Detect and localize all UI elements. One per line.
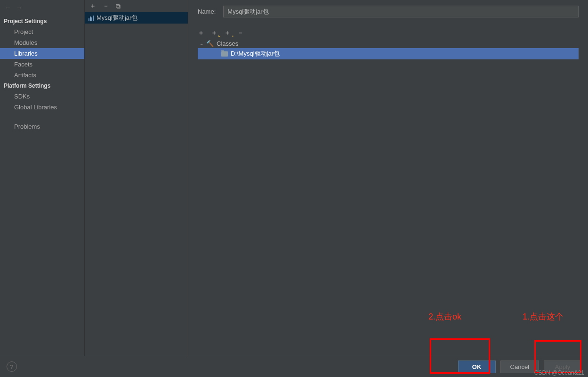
add-icon[interactable]: ＋ — [89, 2, 96, 10]
classes-icon: 🔨 — [206, 40, 214, 47]
settings-sidebar: ← → Project Settings Project Modules Lib… — [0, 0, 85, 356]
dialog-button-bar: ? OK Cancel Apply — [0, 356, 588, 377]
class-path-item[interactable]: D:\Mysql驱动jar包 — [198, 48, 579, 59]
remove-icon[interactable]: － — [103, 2, 109, 10]
add-class-icon[interactable]: ＋ — [198, 29, 204, 37]
nav-problems[interactable]: Problems — [0, 121, 84, 132]
ok-button[interactable]: OK — [458, 361, 496, 373]
nav-project[interactable]: Project — [0, 26, 84, 37]
nav-sdks[interactable]: SDKs — [0, 91, 84, 102]
folder-icon — [221, 51, 228, 57]
copy-icon[interactable]: ⧉ — [116, 2, 121, 10]
watermark: CSDN @Ocean&21 — [534, 369, 584, 376]
library-list-panel: ＋ － ⧉ Mysql驱动jar包 — [85, 0, 188, 356]
expand-arrow-icon[interactable]: ⌄ — [200, 41, 203, 46]
add-specify-icon[interactable]: ＋▸ — [211, 29, 217, 37]
class-path-text: D:\Mysql驱动jar包 — [231, 49, 280, 58]
remove-class-icon[interactable]: － — [237, 29, 244, 37]
nav-facets[interactable]: Facets — [0, 59, 84, 70]
library-icon — [89, 15, 94, 21]
project-settings-header: Project Settings — [0, 16, 84, 26]
nav-global-libraries[interactable]: Global Libraries — [0, 102, 84, 113]
help-icon[interactable]: ? — [7, 361, 17, 372]
classes-label: Classes — [217, 40, 238, 47]
library-item[interactable]: Mysql驱动jar包 — [85, 12, 188, 24]
forward-arrow-icon[interactable]: → — [16, 4, 23, 11]
nav-artifacts[interactable]: Artifacts — [0, 70, 84, 81]
library-name-input[interactable] — [223, 6, 579, 17]
cancel-button[interactable]: Cancel — [500, 361, 539, 373]
name-label: Name: — [198, 8, 216, 15]
library-detail-panel: Name: ＋ ＋▸ ＋▪ － ⌄ 🔨 Classes D:\Mysql驱动ja… — [188, 0, 588, 356]
platform-settings-header: Platform Settings — [0, 81, 84, 91]
back-arrow-icon[interactable]: ← — [5, 4, 11, 11]
nav-modules[interactable]: Modules — [0, 37, 84, 48]
library-item-label: Mysql驱动jar包 — [97, 14, 137, 22]
add-url-icon[interactable]: ＋▪ — [224, 29, 231, 37]
classes-tree-node[interactable]: ⌄ 🔨 Classes — [198, 39, 579, 48]
nav-libraries[interactable]: Libraries — [0, 48, 84, 59]
